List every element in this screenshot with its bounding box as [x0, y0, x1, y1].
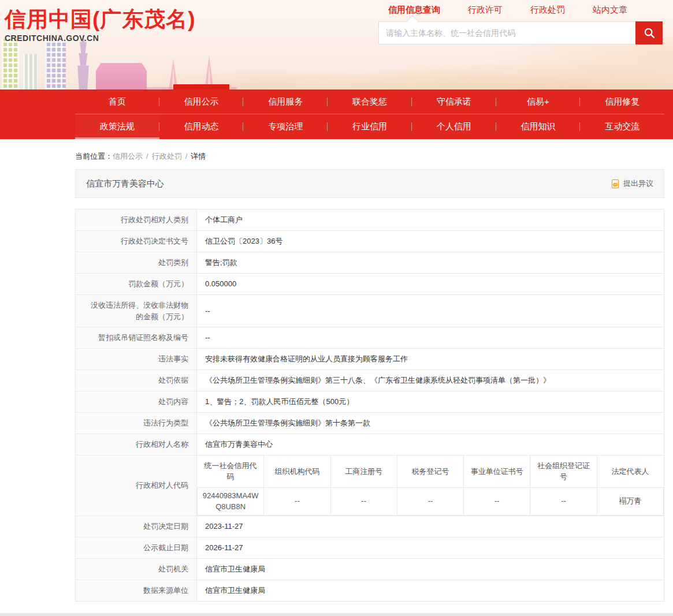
- unified-social-credit-code: 92440983MA4WQ8UB8N: [198, 487, 264, 515]
- table-row: 公示截止日期 2026-11-27: [76, 537, 664, 558]
- nav-item-joint-reward-punishment[interactable]: 联合奖惩: [328, 89, 412, 114]
- column-header: 工商注册号: [330, 456, 397, 487]
- nav-row-1: 首页 信用公示 信用服务 联合奖惩 守信承诺 信易+ 信用修复: [75, 89, 664, 114]
- search-bar: [378, 21, 663, 44]
- field-value: 信宜市卫生健康局: [197, 580, 664, 601]
- penalty-detail-table: 行政处罚相对人类别 个体工商户 行政处罚决定书文号 信卫公罚〔2023〕36号 …: [75, 209, 664, 602]
- column-header: 社会组织登记证号: [530, 456, 597, 487]
- table-row: 违法事实 安排未获得有效健康合格证明的从业人员直接为顾客服务工作: [76, 349, 664, 370]
- field-label: 行政处罚相对人类别: [76, 210, 197, 231]
- breadcrumb-prefix: 当前位置：: [75, 152, 113, 160]
- field-value: 0.050000: [197, 274, 664, 295]
- table-row: 罚款金额（万元） 0.050000: [76, 274, 664, 295]
- field-label: 违法事实: [76, 349, 197, 370]
- nav-item-policies-regulations[interactable]: 政策法规: [75, 114, 159, 139]
- footer-strip: [0, 613, 673, 616]
- column-header: 法定代表人: [597, 456, 663, 487]
- column-header: 统一社会信用代码: [198, 456, 264, 487]
- organization-code: --: [264, 487, 330, 515]
- breadcrumb-credit-publicity[interactable]: 信用公示: [113, 152, 143, 160]
- business-registration-number: --: [330, 487, 397, 515]
- skyline-building-art: [23, 54, 38, 89]
- column-header: 事业单位证书号: [464, 456, 530, 487]
- field-label: 行政处罚决定书文号: [76, 231, 197, 252]
- tab-administrative-license[interactable]: 行政许可: [468, 5, 503, 16]
- raise-objection-button[interactable]: 提出异议: [611, 178, 653, 189]
- site-header: 信用中国(广东茂名) CREDITCHINA.GOV.CN 信用信息查询 行政许…: [0, 0, 673, 89]
- field-label: 违法行为类型: [76, 413, 197, 434]
- institution-certificate-number: --: [464, 487, 530, 515]
- objection-document-icon: [611, 179, 620, 189]
- field-label: 罚款金额（万元）: [76, 274, 197, 295]
- nav-item-industry-credit[interactable]: 行业信用: [328, 114, 412, 139]
- field-value: 《公共场所卫生管理条例实施细则》第十条第一款: [197, 413, 664, 434]
- nav-item-credit-repair[interactable]: 信用修复: [580, 89, 664, 114]
- nav-item-special-governance[interactable]: 专项治理: [243, 114, 328, 139]
- breadcrumb-current: 详情: [191, 152, 206, 160]
- table-row: 暂扣或吊销证照名称及编号 --: [76, 327, 664, 349]
- breadcrumb-administrative-penalty[interactable]: 行政处罚: [152, 152, 182, 160]
- skyline-building-art: [2, 39, 19, 89]
- table-row: 数据来源单位 信宜市卫生健康局: [76, 580, 664, 601]
- nav-item-credit-news[interactable]: 信用动态: [159, 114, 244, 139]
- legal-representative: 褟万青: [597, 487, 663, 515]
- table-row-entity-codes: 行政相对人代码 统一社会信用代码 组织机构代码 工商注册号 税务登记号 事业单位…: [76, 456, 664, 516]
- breadcrumb-separator: /: [185, 152, 188, 160]
- field-value: 信卫公罚〔2023〕36号: [197, 231, 664, 252]
- breadcrumb-separator: /: [146, 152, 148, 160]
- field-label: 处罚内容: [76, 391, 197, 413]
- field-label: 公示截止日期: [76, 537, 197, 558]
- field-value: --: [197, 327, 664, 349]
- search-button[interactable]: [635, 21, 663, 44]
- field-label: 处罚依据: [76, 370, 197, 391]
- field-label: 暂扣或吊销证照名称及编号: [76, 327, 197, 349]
- nav-item-interactive-exchange[interactable]: 互动交流: [580, 114, 664, 139]
- raise-objection-label: 提出异议: [623, 178, 653, 189]
- table-row: 行政相对人名称 信宜市万青美容中心: [76, 434, 664, 456]
- main-navigation: 首页 信用公示 信用服务 联合奖惩 守信承诺 信易+ 信用修复 政策法规 信用动…: [0, 89, 673, 139]
- field-value: 信宜市万青美容中心: [197, 434, 664, 456]
- field-label: 处罚决定日期: [76, 516, 197, 537]
- entity-code-table: 统一社会信用代码 组织机构代码 工商注册号 税务登记号 事业单位证书号 社会组织…: [197, 456, 664, 516]
- field-value: 1、警告；2、罚款人民币伍佰元整（500元）: [197, 391, 664, 413]
- table-row: 行政处罚相对人类别 个体工商户: [76, 210, 664, 231]
- site-logo: 信用中国(广东茂名) CREDITCHINA.GOV.CN: [5, 7, 196, 43]
- page-title: 信宜市万青美容中心: [86, 178, 164, 189]
- nav-item-personal-credit[interactable]: 个人信用: [412, 114, 496, 139]
- field-value: 《公共场所卫生管理条例实施细则》第三十八条、《广东省卫生健康系统从轻处罚事项清单…: [197, 370, 664, 391]
- nav-item-credit-services[interactable]: 信用服务: [243, 89, 328, 114]
- field-value: 个体工商户: [197, 210, 664, 231]
- table-row: 处罚类别 警告;罚款: [76, 252, 664, 274]
- field-label: 行政相对人名称: [76, 434, 197, 456]
- field-label: 数据来源单位: [76, 580, 197, 601]
- table-row: 处罚内容 1、警告；2、罚款人民币伍佰元整（500元）: [76, 391, 664, 413]
- field-value: 2023-11-27: [197, 516, 664, 537]
- column-header: 组织机构代码: [264, 456, 330, 487]
- tab-site-articles[interactable]: 站内文章: [593, 5, 627, 16]
- field-label: 处罚类别: [76, 252, 197, 274]
- skyline-building-art: [45, 41, 66, 89]
- field-value: 安排未获得有效健康合格证明的从业人员直接为顾客服务工作: [197, 349, 664, 370]
- field-label: 没收违法所得、没收非法财物的金额（万元）: [76, 295, 197, 327]
- nav-item-credit-knowledge[interactable]: 信用知识: [496, 114, 581, 139]
- nav-row-2: 政策法规 信用动态 专项治理 行业信用 个人信用 信用知识 互动交流: [75, 114, 664, 139]
- social-org-registration-number: --: [530, 487, 597, 515]
- search-icon: [643, 27, 656, 39]
- field-label: 行政相对人代码: [76, 456, 197, 516]
- breadcrumb: 当前位置：信用公示/行政处罚/详情: [75, 151, 673, 162]
- nav-item-home[interactable]: 首页: [75, 89, 159, 114]
- entity-code-header-row: 统一社会信用代码 组织机构代码 工商注册号 税务登记号 事业单位证书号 社会组织…: [198, 456, 664, 487]
- table-row: 没收违法所得、没收非法财物的金额（万元） --: [76, 295, 664, 327]
- nav-item-trust-commitment[interactable]: 守信承诺: [412, 89, 496, 114]
- search-input[interactable]: [378, 21, 635, 44]
- entity-title-bar: 信宜市万青美容中心 提出异议: [75, 169, 664, 198]
- logo-title: 信用中国(广东茂名): [5, 7, 196, 32]
- nav-item-credit-plus[interactable]: 信易+: [496, 89, 581, 114]
- logo-subtitle: CREDITCHINA.GOV.CN: [5, 33, 196, 43]
- tab-credit-info-query[interactable]: 信用信息查询: [388, 5, 440, 16]
- tax-registration-number: --: [397, 487, 463, 515]
- tab-administrative-penalty[interactable]: 行政处罚: [530, 5, 565, 16]
- convention-hall-art: [96, 63, 147, 89]
- nav-item-credit-publicity[interactable]: 信用公示: [159, 89, 244, 114]
- entity-code-value-row: 92440983MA4WQ8UB8N -- -- -- -- -- 褟万青: [198, 487, 664, 515]
